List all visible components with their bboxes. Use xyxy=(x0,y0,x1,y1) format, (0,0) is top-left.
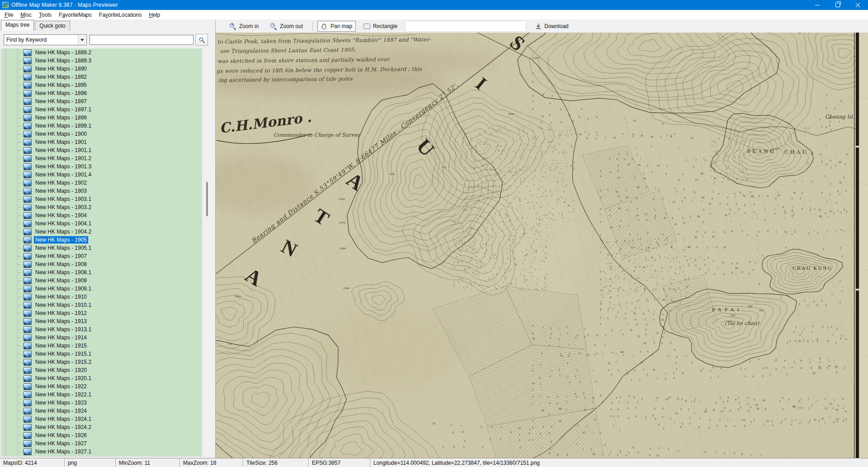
map-canvas[interactable]: 5166386625546454454687383846754354287678… xyxy=(216,33,868,458)
svg-text:2: 2 xyxy=(645,289,646,292)
download-button[interactable]: Download xyxy=(532,21,572,31)
svg-text:5: 5 xyxy=(708,427,710,429)
tree-item[interactable]: New HK Maps - 1913.1 xyxy=(1,325,202,334)
tree-item[interactable]: New HK Maps - 1901.2 xyxy=(1,154,202,162)
tree-item[interactable]: New HK Maps - 1901 xyxy=(1,138,202,146)
tree-item[interactable]: New HK Maps - 1904.2 xyxy=(1,228,202,236)
tree-item[interactable]: New HK Maps - 1895 xyxy=(1,81,202,89)
zoom-in-button[interactable]: + Zoom in xyxy=(226,21,262,32)
map-image-icon xyxy=(24,318,32,325)
svg-text:4: 4 xyxy=(830,182,831,185)
tree-item[interactable]: New HK Maps - 1912 xyxy=(1,309,202,317)
tree-item[interactable]: New HK Maps - 1924.1 xyxy=(1,415,202,423)
svg-text:2: 2 xyxy=(646,186,647,188)
tree-item[interactable]: New HK Maps - 1922 xyxy=(1,382,202,391)
tree-item[interactable]: New HK Maps - 1902 xyxy=(1,179,202,187)
tree-item[interactable]: New HK Maps - 1899 xyxy=(1,114,202,122)
search-input[interactable] xyxy=(90,35,193,45)
tree-item[interactable]: New HK Maps - 1922.1 xyxy=(1,391,202,399)
search-button[interactable] xyxy=(195,34,208,46)
tree-item[interactable]: New HK Maps - 1915 xyxy=(1,342,202,350)
svg-text:8: 8 xyxy=(741,453,743,456)
tree-item[interactable]: New HK Maps - 1904 xyxy=(1,211,202,219)
tree-item[interactable]: New HK Maps - 1909 xyxy=(1,276,202,285)
panel-splitter[interactable] xyxy=(211,19,216,458)
tree-item[interactable]: New HK Maps - 1923 xyxy=(1,399,202,407)
tree-item[interactable]: New HK Maps - 1927 xyxy=(1,439,202,448)
tree-item[interactable]: New HK Maps - 1897 xyxy=(1,97,202,105)
tree-item[interactable]: New HK Maps - 1903 xyxy=(1,187,202,195)
tree-item[interactable]: New HK Maps - 1896 xyxy=(1,89,202,97)
tree-item[interactable]: New HK Maps - 1909.1 xyxy=(1,285,202,293)
rectangle-button[interactable]: Rectangle xyxy=(360,21,401,31)
map-image-icon xyxy=(24,131,32,138)
tree-item[interactable]: New HK Maps - 1924.2 xyxy=(1,423,202,431)
tree-item[interactable]: New HK Maps - 1905 xyxy=(1,236,202,244)
svg-text:67: 67 xyxy=(721,410,724,413)
tree-item[interactable]: New HK Maps - 1915.2 xyxy=(1,358,202,366)
spot-height: 712 xyxy=(442,166,447,169)
tree-item[interactable]: New HK Maps - 1903.1 xyxy=(1,195,202,203)
tree-item[interactable]: New HK Maps - 1889.2 xyxy=(1,48,202,57)
tree-item[interactable]: New HK Maps - 1901.4 xyxy=(1,171,202,179)
tree-item[interactable]: New HK Maps - 1908 xyxy=(1,260,202,268)
tree-item[interactable]: New HK Maps - 1926 xyxy=(1,431,202,439)
svg-text:8: 8 xyxy=(579,115,580,118)
tree-item[interactable]: New HK Maps - 1892 xyxy=(1,73,202,81)
tree-item[interactable]: New HK Maps - 1905.1 xyxy=(1,244,202,252)
tree-item[interactable]: New HK Maps - 1889.3 xyxy=(1,57,202,65)
tree-item[interactable]: New HK Maps - 1910 xyxy=(1,293,202,301)
map-image-icon xyxy=(24,400,32,406)
tree-item[interactable]: New HK Maps - 1924 xyxy=(1,407,202,415)
tree-item[interactable]: New HK Maps - 1890 xyxy=(1,65,202,73)
menu-misc[interactable]: Misc xyxy=(17,11,35,19)
svg-text:8: 8 xyxy=(549,402,551,405)
svg-text:8: 8 xyxy=(610,171,612,174)
minimize-button[interactable] xyxy=(807,0,827,10)
pan-map-button[interactable]: Pan map xyxy=(317,21,356,32)
svg-text:6: 6 xyxy=(596,334,598,337)
tree-item[interactable]: New HK Maps - 1910.1 xyxy=(1,301,202,309)
tree-item[interactable]: New HK Maps - 1915.1 xyxy=(1,350,202,358)
tree-item[interactable]: New HK Maps - 1897.1 xyxy=(1,105,202,114)
menu-tools[interactable]: Tools xyxy=(35,11,55,19)
svg-text:3: 3 xyxy=(817,232,818,234)
tree-item[interactable]: New HK Maps - 1913 xyxy=(1,317,202,325)
tree-item[interactable]: New HK Maps - 1920 xyxy=(1,366,202,374)
map-image-icon xyxy=(24,172,32,178)
zoom-out-button[interactable]: − Zoom out xyxy=(266,21,307,32)
tree-item[interactable]: New HK Maps - 1901.1 xyxy=(1,146,202,154)
tree-scrollbar-thumb[interactable] xyxy=(206,182,208,216)
tree-item[interactable]: New HK Maps - 1907 xyxy=(1,252,202,260)
menu-file[interactable]: File xyxy=(1,11,17,19)
tree-item[interactable]: New HK Maps - 1900 xyxy=(1,130,202,138)
svg-text:86: 86 xyxy=(592,453,595,456)
tree-item[interactable]: New HK Maps - 1901.3 xyxy=(1,162,202,171)
menu-help[interactable]: Help xyxy=(146,11,164,19)
tab-quick-goto[interactable]: Quick goto xyxy=(35,21,70,31)
tree-item[interactable]: New HK Maps - 1899.1 xyxy=(1,122,202,130)
tree-item[interactable]: New HK Maps - 1903.2 xyxy=(1,203,202,211)
tree-item[interactable]: New HK Maps - 1920.1 xyxy=(1,374,202,382)
svg-text:4: 4 xyxy=(709,418,711,421)
tree-item-label: New HK Maps - 1904.2 xyxy=(34,228,93,235)
svg-text:7: 7 xyxy=(715,451,717,453)
svg-text:76: 76 xyxy=(571,120,575,123)
menu-favoritelocations[interactable]: FavoriteLocations xyxy=(95,11,146,19)
menu-favoritemaps[interactable]: FavoriteMaps xyxy=(55,11,95,19)
restore-button[interactable] xyxy=(827,0,848,10)
spot-height: 1526 xyxy=(532,56,538,59)
tree-item[interactable]: New HK Maps - 1914 xyxy=(1,334,202,342)
tab-maps-tree[interactable]: Maps tree xyxy=(1,20,34,31)
map-image-icon xyxy=(24,123,32,129)
svg-text:4: 4 xyxy=(610,408,612,410)
svg-text:2: 2 xyxy=(666,164,668,167)
tree-item[interactable]: New HK Maps - 1904.1 xyxy=(1,219,202,228)
close-button[interactable] xyxy=(848,0,868,10)
search-icon xyxy=(198,37,205,43)
tree-item[interactable]: New HK Maps - 1927.1 xyxy=(1,448,202,456)
find-mode-dropdown[interactable]: Find by Keyword xyxy=(4,34,87,45)
tree-item-label: New HK Maps - 1924 xyxy=(34,407,88,415)
tree-item[interactable]: New HK Maps - 1908.1 xyxy=(1,268,202,276)
download-name-input[interactable] xyxy=(405,21,526,32)
